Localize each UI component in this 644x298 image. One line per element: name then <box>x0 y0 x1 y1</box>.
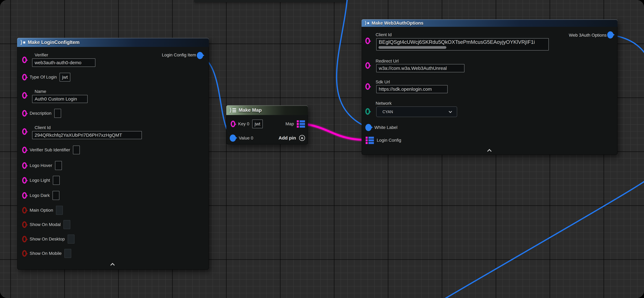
logo-dark-input[interactable] <box>52 191 60 200</box>
output-label-web3auth-options: Web 3Auth Options <box>569 33 606 38</box>
pin-label-key-0: Key 0 <box>238 122 249 126</box>
input-pin-client-id[interactable] <box>365 38 370 44</box>
input-pin-name[interactable] <box>22 92 27 99</box>
network-dropdown[interactable]: CYAN <box>376 106 457 117</box>
output-label-map: Map <box>286 122 294 126</box>
pin-label-network: Network <box>376 101 392 106</box>
pin-label-main-option: Main Option <box>30 208 53 213</box>
input-pin-description[interactable] <box>22 110 27 116</box>
pin-label-show-on-mobile: Show On Mobile <box>30 251 62 256</box>
input-pin-verifier[interactable] <box>22 56 27 63</box>
add-pin-plus-icon <box>299 135 305 141</box>
offscreen-node-fragment <box>194 0 347 2</box>
node-title: Make Map <box>238 108 262 113</box>
pin-label-show-on-desktop: Show On Desktop <box>30 236 65 242</box>
type-of-login-input[interactable]: jwt <box>60 73 70 82</box>
key-0-input[interactable]: jwt <box>252 120 263 128</box>
make-struct-icon: ⟩ <box>20 40 25 45</box>
input-pin-login-config-icon[interactable] <box>366 137 374 144</box>
output-pin-map-icon[interactable] <box>297 120 305 128</box>
wire-map-to-loginconfig-glow <box>304 124 368 140</box>
input-pin-logo-light[interactable] <box>22 177 27 184</box>
input-pin-sdk-url[interactable] <box>365 83 370 90</box>
show-on-modal-checkbox[interactable] <box>64 220 70 229</box>
node-title: Make LoginConfigItem <box>28 40 80 45</box>
redirect-url-input[interactable]: w3a://com.w3a.Web3AuthUnreal <box>376 64 464 72</box>
client-id-input[interactable]: BEglQSgt4cUWcj6SKRdu5QkOXTsePmMcusG5EAoy… <box>376 38 549 50</box>
input-pin-redirect-url[interactable] <box>365 62 370 69</box>
wire-diagonal-bottom-right[interactable] <box>444 181 644 298</box>
input-pin-type-of-login[interactable] <box>22 74 27 80</box>
input-pin-network[interactable] <box>365 108 370 115</box>
input-pin-main-option[interactable] <box>22 207 27 214</box>
node-make-web3authoptions[interactable]: ⟩ Make Web3AuthOptions Web 3Auth Options… <box>362 19 618 155</box>
node-title: Make Web3AuthOptions <box>372 20 424 26</box>
input-pin-show-on-mobile[interactable] <box>22 250 27 257</box>
make-struct-icon: ⟩ <box>365 21 369 26</box>
show-on-mobile-checkbox[interactable] <box>64 249 71 258</box>
verifier-sub-identifier-input[interactable] <box>73 146 80 154</box>
input-pin-logo-hover[interactable] <box>22 162 27 169</box>
logo-hover-input[interactable] <box>55 161 62 170</box>
input-pin-show-on-modal[interactable] <box>22 221 27 228</box>
pin-label-sdk-url: Sdk Url <box>376 80 390 84</box>
collapse-node-button[interactable] <box>110 263 115 267</box>
pin-label-name: Name <box>34 89 46 94</box>
pin-label-login-config: Login Config <box>377 138 401 143</box>
input-pin-verifier-sub-identifier[interactable] <box>22 147 27 153</box>
show-on-desktop-checkbox[interactable] <box>68 234 74 244</box>
pin-label-logo-light: Logo Light <box>30 178 50 183</box>
make-map-icon: ⟩ <box>230 108 236 113</box>
client-id-hscrollbar[interactable] <box>378 46 446 49</box>
description-input[interactable] <box>54 109 61 118</box>
pin-label-redirect-url: Redirect Url <box>376 58 399 64</box>
pin-label-verifier-sub-identifier: Verifier Sub Identifier <box>30 148 70 152</box>
pin-label-type-of-login: Type Of Login <box>30 75 57 80</box>
output-pin-web3auth-options[interactable] <box>607 31 614 38</box>
output-pin-login-config-item[interactable] <box>197 52 203 59</box>
input-pin-show-on-desktop[interactable] <box>22 236 27 242</box>
input-pin-client-id[interactable] <box>22 128 27 135</box>
verifier-input[interactable]: web3auth-auth0-demo <box>32 58 96 67</box>
client-id-input[interactable]: 294QRkchfq2YaXUbPri7D6PH7xzHgQMT <box>32 131 142 139</box>
main-option-checkbox[interactable] <box>56 206 63 215</box>
logo-light-input[interactable] <box>53 176 60 185</box>
node-header-make-loginconfigitem[interactable]: ⟩ Make LoginConfigItem <box>17 38 209 47</box>
node-header-make-web3authoptions[interactable]: ⟩ Make Web3AuthOptions <box>362 19 618 27</box>
chevron-down-icon <box>449 110 452 113</box>
input-pin-value-0[interactable] <box>230 134 236 142</box>
pin-label-logo-hover: Logo Hover <box>30 163 52 168</box>
pin-label-logo-dark: Logo Dark <box>30 193 50 198</box>
sdk-url-input[interactable]: https://sdk.openlogin.com <box>376 85 448 93</box>
output-label-login-config-item: Login Config Item <box>162 52 196 58</box>
blueprint-graph-canvas[interactable]: ⟩ Make LoginConfigItem Login Config Item… <box>0 0 644 298</box>
name-input[interactable]: Auth0 Custom Login <box>32 95 88 103</box>
collapse-node-button[interactable] <box>487 149 492 153</box>
node-make-map[interactable]: ⟩ Make Map Key 0 jwt Map Value 0 Add pin <box>226 105 308 144</box>
pin-label-client-id: Client Id <box>34 125 51 130</box>
pin-label-show-on-modal: Show On Modal <box>30 222 61 227</box>
pin-label-client-id: Client Id <box>376 32 392 37</box>
wire-map-to-loginconfig[interactable] <box>304 124 368 140</box>
node-make-loginconfigitem[interactable]: ⟩ Make LoginConfigItem Login Config Item… <box>17 38 209 270</box>
input-pin-logo-dark[interactable] <box>22 192 27 199</box>
pin-label-verifier: Verifier <box>34 52 48 58</box>
add-pin-button[interactable]: Add pin <box>278 135 305 141</box>
network-dropdown-value: CYAN <box>382 110 393 114</box>
pin-label-white-label: White Label <box>374 125 398 130</box>
input-pin-key-0[interactable] <box>231 121 235 127</box>
input-pin-white-label[interactable] <box>365 124 372 131</box>
pin-label-description: Description <box>30 111 52 116</box>
pin-label-value-0: Value 0 <box>239 136 253 140</box>
node-header-make-map[interactable]: ⟩ Make Map <box>226 105 308 115</box>
